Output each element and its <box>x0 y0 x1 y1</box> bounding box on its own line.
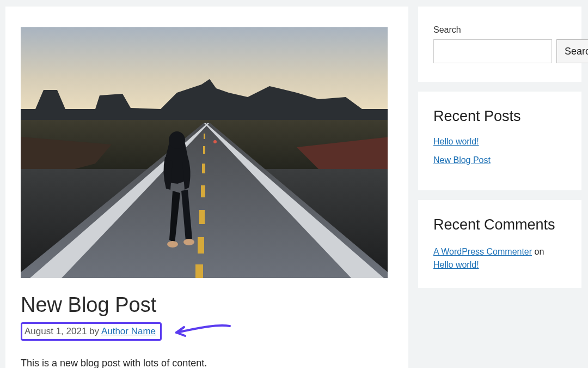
main-column: New Blog Post August 1, 2021 by Author N… <box>5 7 408 368</box>
recent-posts-widget: Recent Posts Hello world! New Blog Post <box>418 92 581 190</box>
svg-point-13 <box>213 140 217 143</box>
svg-point-16 <box>183 239 194 245</box>
page-layout: New Blog Post August 1, 2021 by Author N… <box>0 0 588 368</box>
sidebar: Search Search Recent Posts Hello world! … <box>418 7 581 368</box>
commenter-link[interactable]: A WordPress Commenter <box>433 247 532 256</box>
annotation-arrow-icon <box>171 323 231 341</box>
svg-rect-10 <box>199 210 205 224</box>
svg-rect-11 <box>198 237 204 254</box>
svg-point-14 <box>169 131 185 149</box>
post-title: New Blog Post <box>21 293 388 317</box>
svg-rect-6 <box>204 134 205 139</box>
on-word: on <box>535 247 544 256</box>
recent-comments-widget: Recent Comments A WordPress Commenter on… <box>418 200 581 288</box>
search-label: Search <box>433 25 566 35</box>
svg-rect-9 <box>201 185 205 197</box>
search-widget: Search Search <box>418 7 581 82</box>
post-author-link[interactable]: Author Name <box>101 326 156 336</box>
recent-comments-heading: Recent Comments <box>433 216 566 233</box>
search-row: Search <box>433 39 566 63</box>
svg-rect-12 <box>195 264 203 278</box>
recent-post-link[interactable]: Hello world! <box>433 137 479 147</box>
post-date: August 1, 2021 <box>24 326 87 336</box>
post-byline: August 1, 2021 by Author Name <box>24 326 156 336</box>
svg-rect-7 <box>203 146 205 154</box>
commented-post-link[interactable]: Hello world! <box>433 260 479 269</box>
search-button[interactable]: Search <box>556 39 588 63</box>
recent-post-link[interactable]: New Blog Post <box>433 155 491 165</box>
post-body: This is a new blog post with lots of con… <box>21 358 388 368</box>
byline-highlight-box: August 1, 2021 by Author Name <box>21 322 162 341</box>
svg-rect-8 <box>202 164 205 173</box>
svg-point-15 <box>167 241 178 248</box>
recent-comment-item: A WordPress Commenter on Hello world! <box>433 245 566 272</box>
by-word: by <box>89 326 99 336</box>
featured-image <box>21 27 388 278</box>
byline-row: August 1, 2021 by Author Name <box>21 317 388 341</box>
recent-posts-heading: Recent Posts <box>433 108 566 125</box>
search-input[interactable] <box>433 39 552 63</box>
